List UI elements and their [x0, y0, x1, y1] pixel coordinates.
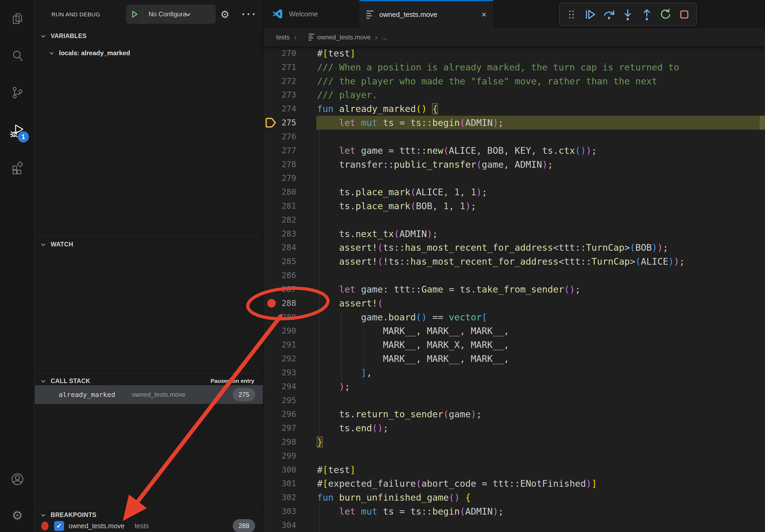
debug-settings-gear-icon[interactable]: ⚙ — [220, 0, 230, 29]
step-over-icon[interactable] — [602, 7, 616, 22]
line-number[interactable]: 280 — [264, 185, 296, 199]
close-icon[interactable]: × — [481, 10, 486, 20]
code-line[interactable]: ], — [317, 366, 765, 380]
code-line[interactable]: let game: ttt::Game = ts.take_from_sende… — [317, 282, 765, 296]
line-number[interactable]: 278 — [264, 157, 296, 171]
line-number[interactable]: 289 — [264, 310, 296, 324]
line-number[interactable]: 299 — [264, 449, 296, 463]
code-line[interactable]: MARK__, MARK__, MARK__, — [317, 324, 765, 338]
line-number[interactable]: 295 — [264, 394, 296, 407]
line-number[interactable]: 271 — [264, 60, 296, 74]
variables-scope-row[interactable]: locals: already_marked — [35, 45, 263, 61]
line-number[interactable]: 284 — [264, 241, 296, 254]
line-number[interactable]: 291 — [264, 338, 296, 352]
code-line[interactable] — [317, 268, 765, 282]
line-number[interactable]: 300 — [264, 463, 296, 477]
code-line[interactable] — [317, 449, 765, 463]
code-line[interactable]: MARK__, MARK_X, MARK__, — [317, 338, 765, 352]
continue-icon[interactable] — [583, 7, 597, 22]
step-out-icon[interactable] — [640, 7, 654, 22]
code-line[interactable]: let mut ts = ts::begin(ADMIN); — [317, 116, 765, 130]
accounts-icon[interactable] — [0, 466, 35, 493]
code-line[interactable]: assert!(!ts::has_most_recent_for_address… — [317, 254, 765, 268]
stop-icon[interactable] — [677, 7, 692, 22]
code-line[interactable] — [317, 394, 765, 407]
breadcrumb-item-symbol[interactable]: ... — [382, 34, 387, 41]
code-line[interactable]: /// When a position is already marked, t… — [317, 60, 765, 74]
breakpoint-checkbox[interactable]: ✓ — [54, 521, 64, 531]
breadcrumb-item-file[interactable]: owned_tests.move — [317, 34, 371, 41]
line-number[interactable]: 272 — [264, 74, 296, 88]
code-line[interactable]: /// the player who made the "false" move… — [317, 74, 765, 88]
code-content[interactable]: #[test]/// When a position is already ma… — [317, 46, 765, 532]
breakpoint-dot-icon[interactable] — [267, 299, 276, 308]
code-line[interactable]: #[test] — [317, 46, 765, 60]
code-line[interactable]: assert!(ts::has_most_recent_for_address<… — [317, 241, 765, 254]
line-number[interactable]: 279 — [264, 171, 296, 185]
code-line[interactable]: assert!( — [317, 296, 765, 310]
line-number[interactable]: 302 — [264, 490, 296, 504]
code-line[interactable]: fun already_marked() { — [317, 102, 765, 116]
source-control-icon[interactable] — [0, 79, 35, 106]
line-number[interactable]: 270 — [264, 46, 296, 60]
call-stack-frame-row[interactable]: already_marked owned_tests.move 275 — [35, 385, 263, 404]
line-number[interactable]: 290 — [264, 324, 296, 338]
line-number[interactable]: 285 — [264, 254, 296, 268]
line-number[interactable]: 297 — [264, 421, 296, 435]
search-icon[interactable] — [0, 43, 35, 69]
breadcrumb-item-tests[interactable]: tests — [276, 34, 290, 41]
line-number[interactable]: 303 — [264, 504, 296, 518]
line-number[interactable]: 281 — [264, 199, 296, 213]
code-line[interactable]: #[test] — [317, 463, 765, 477]
code-line[interactable]: ts.end(); — [317, 421, 765, 435]
code-line[interactable]: /// player. — [317, 88, 765, 102]
start-debugging-button[interactable] — [127, 5, 143, 23]
line-number[interactable]: 293 — [264, 366, 296, 380]
watch-section-header[interactable]: WATCH — [35, 237, 263, 252]
tab-owned-tests[interactable]: owned_tests.move × — [360, 0, 493, 28]
variables-section-header[interactable]: VARIABLES — [35, 28, 263, 43]
code-line[interactable] — [317, 171, 765, 185]
code-line[interactable]: game.board() == vector[ — [317, 310, 765, 324]
code-line[interactable]: ); — [317, 380, 765, 394]
code-line[interactable]: ts.place_mark(BOB, 1, 1); — [317, 199, 765, 213]
line-number[interactable]: 286 — [264, 268, 296, 282]
code-line[interactable] — [317, 518, 765, 532]
code-line[interactable]: ts.next_tx(ADMIN); — [317, 227, 765, 241]
code-line[interactable] — [317, 213, 765, 227]
line-number[interactable]: 301 — [264, 476, 296, 490]
line-number[interactable]: 283 — [264, 227, 296, 241]
step-into-icon[interactable] — [620, 7, 635, 22]
code-line[interactable]: let mut ts = ts::begin(ADMIN); — [317, 504, 765, 518]
code-line[interactable]: let game = ttt::new(ALICE, BOB, KEY, ts.… — [317, 143, 765, 157]
code-line[interactable]: ts.place_mark(ALICE, 1, 1); — [317, 185, 765, 199]
more-actions-icon[interactable]: ··· — [242, 0, 257, 29]
code-line[interactable]: ts.return_to_sender(game); — [317, 407, 765, 421]
code-line[interactable]: MARK__, MARK__, MARK__, — [317, 352, 765, 366]
line-number[interactable]: 273 — [264, 88, 296, 102]
tab-welcome[interactable]: Welcome — [265, 0, 360, 28]
line-number[interactable]: 287 — [264, 282, 296, 296]
code-line[interactable]: fun burn_unfinished_game() { — [317, 490, 765, 504]
line-number[interactable]: 274 — [264, 102, 296, 116]
code-line[interactable]: transfer::public_transfer(game, ADMIN); — [317, 157, 765, 171]
launch-configuration-dropdown[interactable]: No Configura — [126, 5, 216, 24]
line-number[interactable]: 277 — [264, 143, 296, 157]
line-number[interactable]: 298 — [264, 435, 296, 449]
line-number[interactable]: 276 — [264, 130, 296, 143]
restart-icon[interactable] — [658, 7, 673, 22]
breakpoint-row[interactable]: ✓ owned_tests.move tests 288 — [35, 518, 263, 532]
run-and-debug-icon[interactable] — [0, 117, 35, 144]
settings-gear-icon[interactable]: ⚙ — [0, 502, 35, 529]
code-line[interactable] — [317, 130, 765, 143]
line-number[interactable]: 296 — [264, 407, 296, 421]
code-editor[interactable]: 2702712722732742752762772782792802812822… — [264, 46, 765, 532]
toolbar-drag-grip[interactable] — [564, 7, 579, 22]
code-line[interactable]: } — [317, 435, 765, 449]
code-line[interactable]: #[expected_failure(abort_code = ttt::ENo… — [317, 476, 765, 490]
explorer-icon[interactable] — [0, 5, 35, 32]
line-number[interactable]: 282 — [264, 213, 296, 227]
extensions-icon[interactable] — [0, 154, 35, 181]
line-number[interactable]: 294 — [264, 380, 296, 394]
line-number[interactable]: 304 — [264, 518, 296, 532]
